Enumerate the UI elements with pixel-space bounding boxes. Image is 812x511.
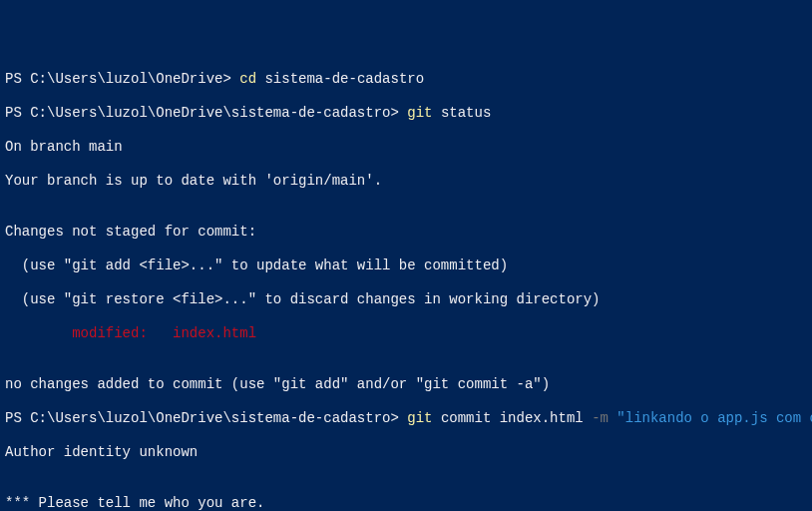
cmd-git: git [407,410,432,426]
cmd-cd: cd [239,71,256,87]
commit-msg: "linkando o app.js com o html" [616,410,812,426]
output-modified-file: modified: index.html [5,325,807,342]
cmd-git: git [407,105,432,121]
prompt-line-3: PS C:\Users\luzol\OneDrive\sistema-de-ca… [5,410,807,427]
output-no-changes: no changes added to commit (use "git add… [5,376,807,393]
prompt-line-1: PS C:\Users\luzol\OneDrive> cd sistema-d… [5,71,807,88]
output-author-unknown: Author identity unknown [5,444,807,461]
output-please-tell: *** Please tell me who you are. [5,495,807,511]
output-branch: On branch main [5,139,807,156]
output-hint-restore: (use "git restore <file>..." to discard … [5,291,807,308]
output-hint-add: (use "git add <file>..." to update what … [5,257,807,274]
output-changes-header: Changes not staged for commit: [5,224,807,241]
flag-m: -m [592,410,616,426]
prompt-line-2: PS C:\Users\luzol\OneDrive\sistema-de-ca… [5,105,807,122]
output-uptodate: Your branch is up to date with 'origin/m… [5,173,807,190]
